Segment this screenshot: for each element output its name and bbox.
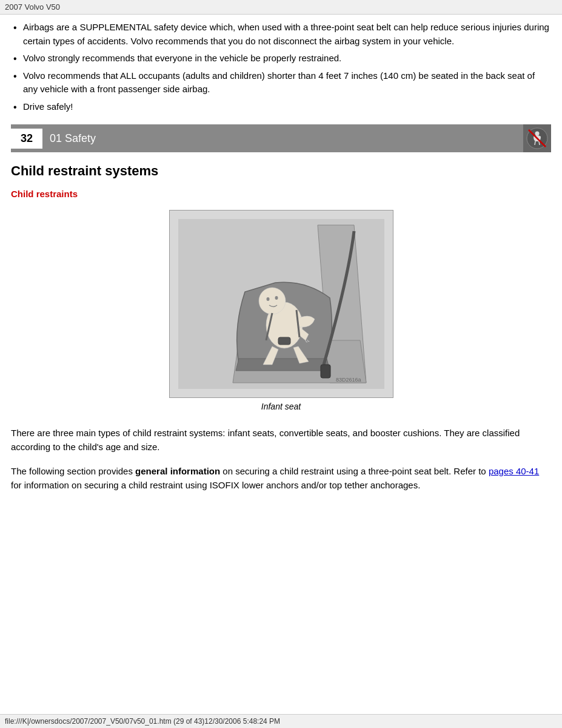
page-heading: Child restraint systems <box>11 163 551 179</box>
footer-text: file:///K|/ownersdocs/2007/2007_V50/07v5… <box>5 717 280 726</box>
main-content: Airbags are a SUPPLEMENTAL safety device… <box>0 15 562 508</box>
infant-seat-image: 83D2616a <box>169 210 393 398</box>
svg-point-8 <box>266 297 269 301</box>
svg-text:83D2616a: 83D2616a <box>336 377 361 383</box>
body-text-2: The following section provides general i… <box>11 464 551 493</box>
section-number: 32 <box>11 129 42 149</box>
bullet-item-2: Volvo strongly recommends that everyone … <box>11 52 551 66</box>
title-bar: 2007 Volvo V50 <box>0 0 562 15</box>
bullet-item-3: Volvo recommends that ALL occupants (adu… <box>11 69 551 96</box>
svg-rect-10 <box>278 337 290 345</box>
bullet-item-1: Airbags are a SUPPLEMENTAL safety device… <box>11 21 551 48</box>
section-header: 32 01 Safety <box>11 124 551 152</box>
title-text: 2007 Volvo V50 <box>5 2 60 12</box>
section-icon <box>523 124 551 152</box>
infant-seat-svg: 83D2616a <box>178 219 384 389</box>
bullet-item-4: Drive safely! <box>11 100 551 114</box>
svg-line-3 <box>539 141 540 145</box>
svg-point-7 <box>259 288 286 314</box>
sub-heading: Child restraints <box>11 189 551 199</box>
body-text-2-before: The following section provides <box>11 466 135 476</box>
body-text-2-after: for information on securing a child rest… <box>11 480 420 490</box>
infant-seat-figure: 83D2616a Infant seat <box>166 210 396 411</box>
section-title: 01 Safety <box>42 129 523 149</box>
no-child-airbag-icon <box>526 127 549 150</box>
image-caption: Infant seat <box>261 402 301 411</box>
pages-link[interactable]: pages 40-41 <box>489 466 539 476</box>
footer: file:///K|/ownersdocs/2007/2007_V50/07v5… <box>0 714 562 728</box>
svg-point-9 <box>275 296 278 300</box>
svg-point-1 <box>535 132 540 136</box>
bullet-list: Airbags are a SUPPLEMENTAL safety device… <box>11 21 551 113</box>
body-text-2-bold: general information <box>135 466 220 476</box>
body-text-2-middle: on securing a child restraint using a th… <box>220 466 489 476</box>
svg-line-2 <box>535 141 535 145</box>
body-text-1: There are three main types of child rest… <box>11 426 551 454</box>
svg-rect-11 <box>321 365 330 378</box>
